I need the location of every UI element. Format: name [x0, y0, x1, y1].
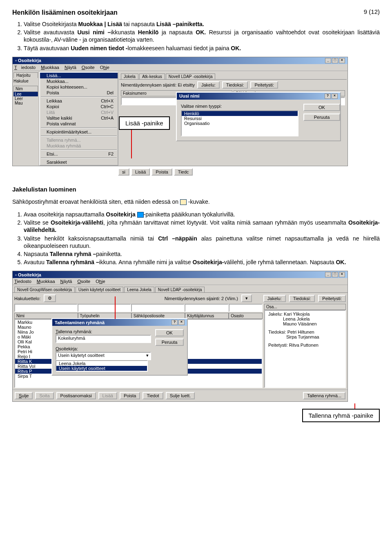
- menu-tiedosto[interactable]: Tiedosto: [14, 279, 31, 284]
- nimi-input[interactable]: [14, 304, 78, 312]
- sulje-button[interactable]: Sulje: [15, 392, 33, 399]
- lisaa-button[interactable]: Lisää: [131, 168, 150, 176]
- tiedot-button[interactable]: Tiedc: [174, 168, 193, 176]
- chevron-down-icon[interactable]: ▾: [146, 353, 149, 359]
- menu-nayta[interactable]: Näytä: [65, 65, 76, 70]
- option-henkilo[interactable]: Henkilö: [182, 111, 298, 116]
- minimize-icon[interactable]: _: [325, 58, 331, 63]
- list-item[interactable]: Sirpa Turjanmaa: [266, 334, 344, 339]
- step1: Valitse Osoitekirjasta Muokkaa | Lisää t…: [24, 20, 380, 28]
- option-resurssi[interactable]: Resurssi: [182, 116, 298, 121]
- label-osoitekirja: Osoitekirja:: [56, 346, 151, 351]
- menu-item-liita: LiitäCtrl+V: [40, 109, 118, 115]
- tab-leena[interactable]: Leena Jokela: [124, 287, 154, 292]
- filter-button[interactable]: ⚙: [44, 294, 56, 302]
- search-input4[interactable]: [229, 304, 263, 312]
- search-input3[interactable]: [185, 304, 228, 312]
- postisanomaksi-button[interactable]: Postisanomaksi: [56, 392, 96, 399]
- menu-item-valitse-kaikki[interactable]: Valitse kaikkiCtrl+A: [40, 115, 118, 121]
- menu-item-poista-valinnat[interactable]: Poista valinnat: [40, 121, 118, 127]
- tab-novell-gw[interactable]: Novell GroupWisen osoitekirja: [14, 287, 75, 292]
- addressbook-select[interactable]: Usein käytetyt osoitteet▾: [56, 352, 151, 360]
- menu-muokkaa[interactable]: Muokkaa: [41, 65, 59, 70]
- list-item[interactable]: Leer: [13, 96, 38, 101]
- menu-item-muokkaa[interactable]: Muokkaa...: [40, 78, 118, 84]
- ok-button[interactable]: OK: [155, 329, 184, 336]
- menu-muokkaa[interactable]: Muokkaa: [37, 279, 55, 284]
- menu-item-kopioi[interactable]: KopioiCtrl+C: [40, 104, 118, 109]
- poista-button[interactable]: Poista: [120, 392, 140, 399]
- groupname-input[interactable]: Kokeiluryhmä: [56, 335, 151, 343]
- help-icon[interactable]: ?: [325, 94, 331, 99]
- tab-jokela[interactable]: Jokela: [121, 74, 138, 79]
- window-title: Osoitekirja: [18, 272, 41, 277]
- tallenna-ryhma-button[interactable]: Tallenna ryhmä...: [303, 392, 345, 399]
- option-usein[interactable]: Usein käytetyt osoitteet: [56, 366, 147, 371]
- list-item[interactable]: Leena Jokela: [266, 316, 344, 321]
- peitetysti-button[interactable]: Peitetysti:: [250, 81, 278, 89]
- col-nimi-frag: Nim: [13, 86, 38, 92]
- t: Valitse Osoitekirjasta: [24, 21, 78, 27]
- close-icon[interactable]: ×: [332, 94, 338, 99]
- list-item[interactable]: Lee: [13, 92, 38, 96]
- tab-harjoitu[interactable]: Harjoitu: [13, 72, 38, 78]
- list-item[interactable]: Mau: [13, 101, 38, 105]
- search-input2[interactable]: [131, 304, 185, 312]
- menu-item-sarakkeet[interactable]: Sarakkeet: [40, 159, 118, 165]
- peitetysti-button[interactable]: Peitetysti:: [318, 295, 346, 302]
- close-icon[interactable]: ×: [339, 58, 345, 63]
- menubar-1[interactable]: TTiedostoiedosto Muokkaa Näytä Osoite Oh…: [13, 64, 347, 71]
- jakelu-button[interactable]: Jakelu:: [197, 81, 220, 89]
- t: Avautuu: [24, 259, 46, 265]
- t: Napsauta: [24, 251, 50, 257]
- option-organisaatio[interactable]: Organisaatio: [182, 121, 298, 126]
- menu-ohje[interactable]: Ohje: [100, 65, 109, 70]
- menu-item-leikkaa[interactable]: LeikkaaCtrl+X: [40, 98, 118, 104]
- close-icon[interactable]: ×: [178, 320, 185, 325]
- col-osasto[interactable]: Osasto: [229, 313, 263, 319]
- help-icon[interactable]: ?: [172, 320, 178, 325]
- btn-fragment[interactable]: si: [118, 168, 129, 176]
- ok-button[interactable]: OK: [303, 104, 340, 111]
- tiedot-button[interactable]: Tiedot: [143, 392, 163, 399]
- menu-item-lisaa[interactable]: Lisää...: [40, 73, 118, 78]
- minimize-icon[interactable]: _: [325, 272, 331, 277]
- maximize-icon[interactable]: □: [332, 272, 338, 277]
- menu-tiedosto[interactable]: TTiedostoiedosto: [14, 65, 36, 70]
- tiedoksi-button[interactable]: Tiedoksi:: [289, 295, 315, 302]
- menu-nayta[interactable]: Näytä: [60, 279, 72, 284]
- tab-ldap[interactable]: Novell LDAP -osoitekirja: [166, 74, 216, 79]
- maximize-icon[interactable]: □: [332, 58, 338, 63]
- menu-item-kopiointi[interactable]: Kopiointiimääritykset...: [40, 129, 118, 135]
- tab-usein[interactable]: Usein käytetyt osoitteet: [76, 287, 123, 292]
- titlebar-2: ▫ Osoitekirja _ □ ×: [13, 271, 347, 278]
- list-item[interactable]: Mauno Väisänen: [266, 321, 344, 326]
- peruuta-button[interactable]: Peruuta: [303, 114, 340, 121]
- menubar-2[interactable]: Tiedosto Muokkaa Näytä Osoite Ohje: [13, 278, 347, 285]
- peruuta-button[interactable]: Peruuta: [155, 339, 184, 346]
- col-osa[interactable]: Osa...: [264, 304, 346, 310]
- search-input[interactable]: [78, 304, 131, 312]
- menu-item-etsi[interactable]: Etsi...F2: [40, 151, 118, 157]
- col-kayttaja[interactable]: Käyttäjätunnus: [185, 313, 229, 319]
- step1: Avaa osoitekirja napsauttamalla Osoiteki…: [24, 211, 380, 218]
- book-icon: ▫: [15, 272, 17, 277]
- t: Osoitekirja-välilehti: [51, 219, 103, 226]
- sulje-luett-button[interactable]: Sulje luett.: [166, 392, 195, 399]
- menu-osoite[interactable]: Osoite: [77, 279, 90, 284]
- close-icon[interactable]: ×: [339, 272, 345, 277]
- sijainti-toggle[interactable]: ▾: [241, 294, 252, 302]
- tiedoksi-button[interactable]: Tiedoksi:: [222, 81, 248, 89]
- menu-item-kopioi-kohteeseen[interactable]: Kopioi kohteeseen...: [40, 84, 118, 90]
- menu-item-tallenna-ryhma: Tallenna ryhmä...: [40, 137, 118, 143]
- step4: Napsauta Tallenna ryhmä –painiketta.: [24, 250, 380, 258]
- tab-atk[interactable]: Atk-keskus: [139, 74, 165, 79]
- menu-ohje[interactable]: Ohje: [96, 279, 105, 284]
- tab-ldap[interactable]: Novell LDAP -osoitekirja: [155, 287, 205, 292]
- menu-item-poista[interactable]: PoistaDel: [40, 90, 118, 96]
- jakelu-button[interactable]: Jakelu:: [263, 295, 286, 302]
- step5: Avautuu Tallenna ryhmänä –ikkuna. Anna r…: [24, 258, 380, 266]
- option-leena[interactable]: Leena Jokela: [56, 361, 147, 366]
- poista-button[interactable]: Poista: [151, 168, 172, 176]
- menu-osoite[interactable]: Osoite: [82, 65, 95, 70]
